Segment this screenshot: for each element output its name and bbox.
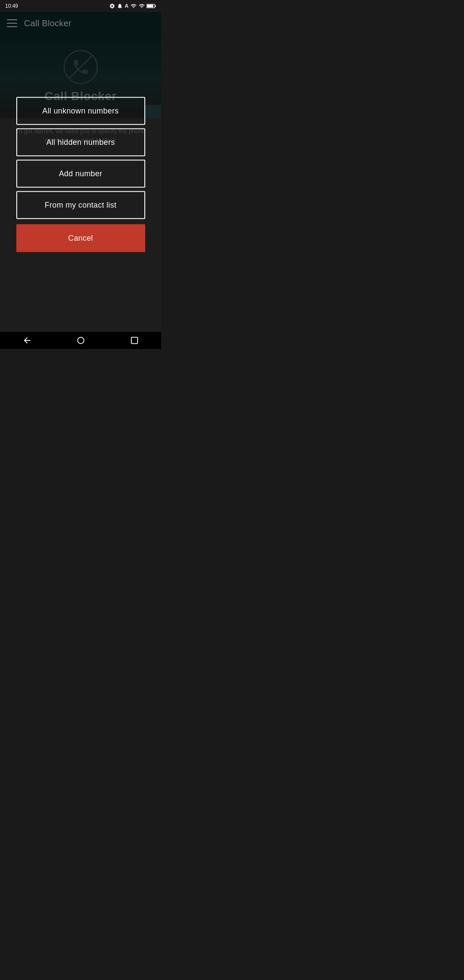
svg-rect-1 bbox=[155, 5, 156, 7]
all-unknown-numbers-button[interactable]: All unknown numbers bbox=[16, 97, 145, 125]
svg-rect-2 bbox=[147, 5, 153, 7]
settings-status-icon bbox=[109, 3, 115, 9]
action-sheet: All unknown numbers All hidden numbers A… bbox=[16, 97, 145, 252]
notification-status-icon bbox=[117, 3, 123, 9]
signal-icon bbox=[139, 3, 145, 9]
status-bar: 10:49 A bbox=[0, 0, 161, 12]
back-nav-button[interactable] bbox=[18, 332, 37, 349]
cancel-button[interactable]: Cancel bbox=[16, 224, 145, 252]
svg-point-3 bbox=[77, 337, 84, 344]
battery-icon bbox=[147, 3, 156, 9]
status-icons: A bbox=[109, 3, 156, 9]
all-hidden-numbers-button[interactable]: All hidden numbers bbox=[16, 129, 145, 156]
nav-bar bbox=[0, 332, 161, 349]
recents-icon bbox=[130, 336, 139, 345]
home-nav-button[interactable] bbox=[71, 332, 90, 349]
screen: 10:49 A bbox=[0, 0, 161, 349]
from-contact-list-button[interactable]: From my contact list bbox=[16, 191, 145, 219]
status-time: 10:49 bbox=[5, 3, 18, 9]
home-icon bbox=[76, 336, 85, 345]
wifi-icon bbox=[130, 3, 137, 9]
recents-nav-button[interactable] bbox=[125, 332, 144, 349]
a-status-icon: A bbox=[125, 3, 128, 9]
back-icon bbox=[22, 336, 32, 345]
add-number-button[interactable]: Add number bbox=[16, 160, 145, 188]
svg-rect-4 bbox=[131, 337, 137, 344]
